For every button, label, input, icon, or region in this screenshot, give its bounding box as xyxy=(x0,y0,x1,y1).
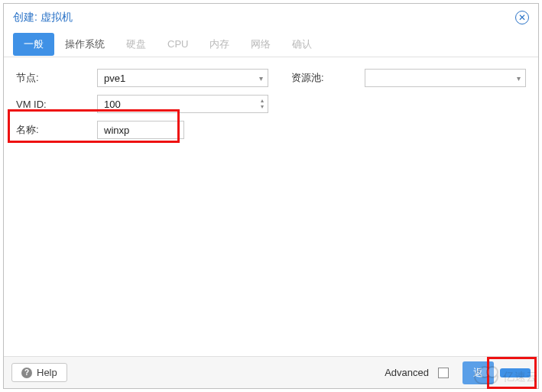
next-button[interactable] xyxy=(500,368,531,377)
dialog-title: 创建: 虚拟机 xyxy=(13,11,515,24)
row-pool: 资源池: ▾ xyxy=(291,68,526,88)
row-name: 名称: xyxy=(16,120,268,140)
help-button[interactable]: ? Help xyxy=(11,363,67,382)
dialog-titlebar: 创建: 虚拟机 ✕ xyxy=(4,4,538,31)
wizard-tabs: 一般 操作系统 硬盘 CPU 内存 网络 确认 xyxy=(4,31,538,57)
form-panel: 节点: ▾ VM ID: ▴▾ 名称: xyxy=(4,57,538,356)
tab-cpu: CPU xyxy=(157,34,199,54)
help-icon: ? xyxy=(21,368,32,378)
pool-select[interactable] xyxy=(365,69,526,87)
help-label: Help xyxy=(37,367,57,378)
close-icon[interactable]: ✕ xyxy=(515,11,529,24)
node-label: 节点: xyxy=(16,71,97,85)
tab-disk: 硬盘 xyxy=(115,33,157,56)
tab-memory: 内存 xyxy=(199,33,240,56)
name-label: 名称: xyxy=(16,123,97,137)
row-vmid: VM ID: ▴▾ xyxy=(16,94,268,114)
vmid-label: VM ID: xyxy=(16,99,97,110)
back-button[interactable]: 返 xyxy=(462,361,494,384)
node-select[interactable] xyxy=(97,69,268,87)
tab-general[interactable]: 一般 xyxy=(13,33,54,56)
advanced-checkbox[interactable] xyxy=(438,368,449,378)
name-input[interactable] xyxy=(97,121,184,139)
tab-os[interactable]: 操作系统 xyxy=(54,33,115,56)
tab-network: 网络 xyxy=(240,33,281,56)
tab-confirm: 确认 xyxy=(281,33,323,56)
dialog-footer: ? Help Advanced 返 xyxy=(4,356,538,388)
advanced-label: Advanced xyxy=(385,367,429,378)
create-vm-dialog: 创建: 虚拟机 ✕ 一般 操作系统 硬盘 CPU 内存 网络 确认 节点: ▾ … xyxy=(3,3,539,389)
vmid-input[interactable] xyxy=(97,95,268,113)
row-node: 节点: ▾ xyxy=(16,68,268,88)
pool-label: 资源池: xyxy=(291,71,365,85)
